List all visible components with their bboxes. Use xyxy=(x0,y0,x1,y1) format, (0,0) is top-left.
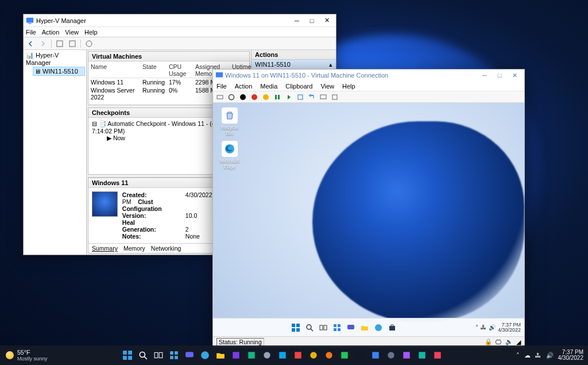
guest-tray-network-icon[interactable]: 🖧 xyxy=(481,324,486,331)
guest-recycle-bin[interactable]: Recycle Bin xyxy=(218,107,242,136)
svg-rect-26 xyxy=(334,328,336,331)
cfg-key: Configuration Version: xyxy=(122,205,185,219)
host-explorer-button[interactable] xyxy=(214,349,227,362)
host-pinned-app[interactable] xyxy=(323,349,335,362)
guest-store-button[interactable] xyxy=(387,322,397,333)
taskbar-weather[interactable]: 55°F Mostly sunny xyxy=(0,349,53,362)
guest-search-button[interactable] xyxy=(304,322,315,333)
menu-file[interactable]: File xyxy=(216,83,227,90)
maximize-button[interactable]: □ xyxy=(492,71,507,80)
tab-memory[interactable]: Memory xyxy=(123,245,145,252)
vm-state: Running xyxy=(142,87,169,101)
enhanced-session-button[interactable] xyxy=(319,93,328,102)
host-pinned-app[interactable] xyxy=(261,349,273,362)
vmc-status-text: Status: Running xyxy=(216,338,264,346)
host-pinned-app[interactable] xyxy=(245,349,258,362)
menu-media[interactable]: Media xyxy=(260,83,277,90)
minimize-button[interactable]: ─ xyxy=(477,71,492,80)
guest-desktop[interactable]: Recycle Bin Microsoft Edge ˄ 🖧 🔊 xyxy=(213,103,524,336)
col-state[interactable]: State xyxy=(142,63,169,77)
guest-widgets-button[interactable] xyxy=(332,322,342,333)
col-name[interactable]: Name xyxy=(91,63,142,77)
host-search-button[interactable] xyxy=(137,349,149,362)
host-clock[interactable]: 7:37 PM 4/30/2022 xyxy=(558,349,584,361)
ctrl-alt-del-button[interactable] xyxy=(215,93,225,102)
hv-titlebar[interactable]: Hyper-V Manager ─ □ ✕ xyxy=(24,14,336,27)
minimize-button[interactable]: ─ xyxy=(290,16,304,26)
host-pinned-app[interactable] xyxy=(431,349,444,362)
menu-action[interactable]: Action xyxy=(42,29,60,36)
svg-rect-53 xyxy=(372,352,378,358)
host-pinned-app[interactable] xyxy=(354,349,366,362)
host-chat-button[interactable] xyxy=(183,349,196,362)
menu-action[interactable]: Action xyxy=(235,83,253,90)
svg-rect-20 xyxy=(296,328,300,332)
health-key: Heal xyxy=(122,219,135,226)
host-taskview-button[interactable] xyxy=(152,349,165,362)
host-pinned-app[interactable] xyxy=(307,349,320,362)
host-pinned-app[interactable] xyxy=(385,349,397,362)
guest-icon-label: Microsoft Edge xyxy=(220,158,239,170)
pause-button[interactable] xyxy=(273,93,282,102)
host-pinned-app[interactable] xyxy=(230,349,242,362)
svg-rect-3 xyxy=(69,41,75,47)
toolbar-help-button[interactable] xyxy=(83,39,95,49)
guest-tray-chevron-icon[interactable]: ˄ xyxy=(475,324,478,331)
host-pinned-app[interactable] xyxy=(416,349,428,362)
menu-clipboard[interactable]: Clipboard xyxy=(285,83,312,90)
host-pinned-app[interactable] xyxy=(400,349,413,362)
close-button[interactable]: ✕ xyxy=(507,71,522,80)
host-pinned-app[interactable] xyxy=(292,349,304,362)
tree-host-node[interactable]: 🖥 WIN11-5510 xyxy=(33,67,85,76)
svg-point-21 xyxy=(307,325,311,329)
host-widgets-button[interactable] xyxy=(168,349,180,362)
menu-help[interactable]: Help xyxy=(84,29,98,36)
save-button[interactable] xyxy=(261,93,270,102)
vmc-titlebar[interactable]: Windows 11 on WIN11-5510 - Virtual Machi… xyxy=(213,70,524,81)
start-button[interactable] xyxy=(227,93,236,102)
host-pinned-app[interactable] xyxy=(338,349,351,362)
menu-view[interactable]: View xyxy=(320,83,334,90)
tray-network-icon[interactable]: 🖧 xyxy=(535,352,541,359)
svg-rect-24 xyxy=(334,324,336,327)
maximize-button[interactable]: □ xyxy=(305,16,319,26)
tab-summary[interactable]: Summary xyxy=(92,245,118,252)
guest-edge[interactable]: Microsoft Edge xyxy=(218,141,242,170)
tray-volume-icon[interactable]: 🔊 xyxy=(546,352,554,359)
guest-edge-button[interactable] xyxy=(373,322,384,333)
nav-back-button[interactable] xyxy=(25,39,36,49)
guest-tray-volume-icon[interactable]: 🔊 xyxy=(489,324,496,331)
toolbar-properties-button[interactable] xyxy=(54,39,65,49)
vmc-icon xyxy=(215,71,223,79)
checkpoint-button[interactable] xyxy=(296,93,305,102)
menu-help[interactable]: Help xyxy=(342,83,355,90)
tray-onedrive-icon[interactable]: ☁ xyxy=(524,352,531,359)
reset-button[interactable] xyxy=(284,93,293,102)
revert-button[interactable] xyxy=(307,93,316,102)
guest-explorer-button[interactable] xyxy=(359,322,370,333)
host-pinned-app[interactable] xyxy=(276,349,289,362)
created-key: Created: xyxy=(122,191,185,198)
menu-view[interactable]: View xyxy=(65,29,79,36)
share-button[interactable] xyxy=(330,93,339,102)
host-pinned-app[interactable] xyxy=(369,349,382,362)
nav-forward-button[interactable] xyxy=(37,39,49,49)
tray-chevron-icon[interactable]: ˄ xyxy=(516,352,520,359)
tab-networking[interactable]: Networking xyxy=(151,245,181,252)
guest-chat-button[interactable] xyxy=(346,322,356,333)
guest-start-button[interactable] xyxy=(291,322,301,333)
tree-root[interactable]: 📊 Hyper-V Manager xyxy=(25,51,85,67)
guest-clock[interactable]: 7:37 PM 4/30/2022 xyxy=(498,322,521,333)
close-button[interactable]: ✕ xyxy=(320,16,334,26)
shutdown-button[interactable] xyxy=(250,93,259,102)
resize-grip-icon[interactable]: ◢ xyxy=(516,339,521,345)
col-cpu[interactable]: CPU Usage xyxy=(169,63,195,77)
guest-taskview-button[interactable] xyxy=(318,322,328,333)
host-edge-button[interactable] xyxy=(199,349,211,362)
vm-thumbnail[interactable] xyxy=(92,191,118,217)
turnoff-button[interactable] xyxy=(238,93,247,102)
host-start-button[interactable] xyxy=(121,349,134,362)
toolbar-refresh-button[interactable] xyxy=(67,39,78,49)
menu-file[interactable]: File xyxy=(26,29,36,36)
actions-target-label: WIN11-5510 xyxy=(255,61,291,68)
